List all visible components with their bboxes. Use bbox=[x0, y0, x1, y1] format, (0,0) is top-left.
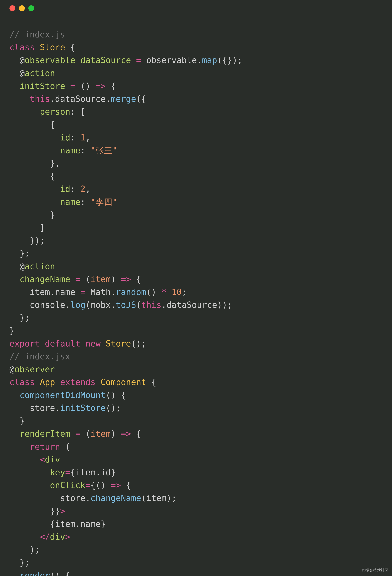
code-token: name bbox=[55, 287, 75, 297]
code-token: 1 bbox=[80, 133, 85, 142]
code-token: Component bbox=[101, 377, 146, 387]
code-token: item bbox=[75, 467, 96, 477]
code-token: changeName bbox=[90, 493, 141, 503]
code-token: dataSource bbox=[55, 94, 106, 104]
code-token: @ bbox=[9, 364, 14, 374]
code-token: observable bbox=[25, 55, 75, 65]
code-token: return bbox=[30, 442, 60, 452]
code-token: action bbox=[25, 68, 55, 78]
code-block: // index.js class Store { @observable da… bbox=[0, 15, 392, 576]
code-token: render bbox=[20, 571, 50, 576]
code-token: name bbox=[80, 519, 101, 529]
code-token: => bbox=[121, 429, 131, 438]
code-token: => bbox=[111, 480, 121, 490]
code-token: default bbox=[45, 339, 80, 348]
code-token: = bbox=[136, 55, 141, 65]
code-token: this bbox=[141, 300, 161, 310]
code-token: // index.jsx bbox=[9, 351, 70, 361]
code-token: = bbox=[75, 429, 80, 438]
close-icon[interactable] bbox=[9, 5, 15, 11]
code-token: console bbox=[30, 300, 65, 310]
code-token: id bbox=[60, 133, 70, 142]
code-token: item bbox=[55, 519, 75, 529]
code-token: store bbox=[30, 403, 55, 413]
code-token: map bbox=[202, 55, 217, 65]
code-token: Store bbox=[106, 339, 131, 348]
code-token: = bbox=[65, 467, 70, 477]
code-token: observer bbox=[14, 364, 55, 374]
code-token: class bbox=[9, 42, 35, 52]
minimize-icon[interactable] bbox=[19, 5, 25, 11]
code-token: renderItem bbox=[20, 429, 70, 438]
watermark-text: @掘金技术社区 bbox=[362, 567, 389, 573]
code-token: class bbox=[9, 377, 35, 387]
code-token: store bbox=[60, 493, 85, 503]
code-token: "张三" bbox=[90, 145, 117, 155]
code-token: { bbox=[90, 480, 96, 490]
code-token: } bbox=[111, 467, 116, 477]
code-token: observable bbox=[146, 55, 197, 65]
code-token: = bbox=[80, 287, 85, 297]
code-token: dataSource bbox=[166, 300, 217, 310]
code-token: 10 bbox=[172, 287, 182, 297]
code-token: log bbox=[70, 300, 85, 310]
code-token: } bbox=[101, 519, 106, 529]
code-token: name bbox=[60, 197, 80, 207]
code-token: div bbox=[45, 455, 60, 464]
code-token: extends bbox=[60, 377, 96, 387]
code-token: > bbox=[60, 506, 65, 516]
code-token: export bbox=[9, 339, 40, 348]
code-token: changeName bbox=[20, 274, 70, 284]
code-token: @ bbox=[20, 68, 25, 78]
code-token: => bbox=[96, 81, 106, 91]
code-token: @ bbox=[20, 261, 25, 271]
code-token: initStore bbox=[20, 81, 65, 91]
code-token: toJS bbox=[116, 300, 136, 310]
code-token: item bbox=[90, 274, 111, 284]
code-token: dataSource bbox=[80, 55, 131, 65]
code-token: Store bbox=[40, 42, 65, 52]
code-token: = bbox=[70, 81, 75, 91]
window-titlebar bbox=[0, 0, 392, 15]
code-token: > bbox=[65, 532, 70, 542]
code-token: person bbox=[40, 107, 70, 116]
code-token: name bbox=[60, 145, 80, 155]
code-token: random bbox=[116, 287, 146, 297]
code-token: * bbox=[161, 287, 166, 297]
code-token: Math bbox=[90, 287, 111, 297]
code-token: id bbox=[60, 184, 70, 194]
code-token: item bbox=[90, 429, 111, 438]
code-token: { bbox=[50, 519, 55, 529]
code-token: item bbox=[30, 287, 50, 297]
code-token: id bbox=[101, 467, 111, 477]
code-token: this bbox=[30, 94, 50, 104]
code-token: componentDidMount bbox=[20, 390, 106, 400]
code-token: < bbox=[40, 455, 45, 464]
code-token: action bbox=[25, 261, 55, 271]
code-token: onClick bbox=[50, 480, 85, 490]
code-token: new bbox=[85, 339, 101, 348]
code-token: key bbox=[50, 467, 65, 477]
maximize-icon[interactable] bbox=[28, 5, 34, 11]
code-token: div bbox=[50, 532, 65, 542]
code-token: mobx bbox=[90, 300, 111, 310]
code-token: } bbox=[55, 506, 60, 516]
code-token: = bbox=[75, 274, 80, 284]
code-token: initStore bbox=[60, 403, 106, 413]
code-token: </ bbox=[40, 532, 50, 542]
code-token: 2 bbox=[80, 184, 85, 194]
code-token: => bbox=[121, 274, 131, 284]
code-window: // index.js class Store { @observable da… bbox=[0, 0, 392, 576]
code-token: // index.js bbox=[9, 29, 65, 39]
code-token: merge bbox=[111, 94, 136, 104]
code-token: = bbox=[85, 480, 90, 490]
code-token: "李四" bbox=[90, 197, 117, 207]
code-token: { bbox=[70, 467, 75, 477]
code-token: App bbox=[40, 377, 55, 387]
code-token: item bbox=[146, 493, 166, 503]
code-token: @ bbox=[20, 55, 25, 65]
